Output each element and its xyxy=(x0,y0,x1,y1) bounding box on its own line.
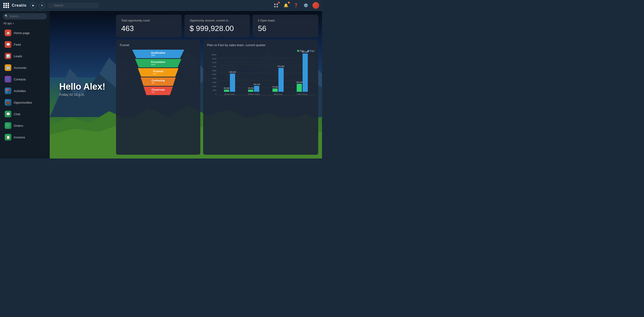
y-label-10: 0 xyxy=(207,93,216,95)
bar-group-1: 45,000 139,143 William Clarks xyxy=(242,83,266,95)
y-label-7: 300k xyxy=(207,81,216,83)
y-axis: 1000k 900k 800k 700k 600k 500k 400k 300k… xyxy=(207,54,216,95)
funnel-container: Qualification16% Presentation15% Proposa… xyxy=(120,50,196,95)
stat-label-1: Opportunity amount, current m.. xyxy=(190,19,245,22)
sidebar-item-contacts[interactable]: 👤 Contacts xyxy=(2,74,48,85)
sidebar-search-icon: 🔍 xyxy=(5,14,8,17)
sidebar-filter[interactable]: All aps ▾ xyxy=(0,21,50,27)
bar-groups: 45,000 435,000 James Smith xyxy=(217,54,314,95)
stat-value-1: $ 999,928.00 xyxy=(190,24,245,33)
bar-fact-fill-3 xyxy=(302,53,308,92)
y-label-3: 700k xyxy=(207,65,216,68)
y-label-8: 200k xyxy=(207,85,216,87)
y-label-4: 600k xyxy=(207,69,216,72)
y-label-2: 800k xyxy=(207,61,216,64)
topbar-search-wrap: 🔍 xyxy=(47,2,100,8)
avatar[interactable] xyxy=(312,2,319,9)
sidebar-item-feed[interactable]: 💬 Feed xyxy=(2,39,48,50)
funnel-label-4: Closed won xyxy=(152,88,165,91)
funnel-segment-0: Qualification16% xyxy=(132,50,184,58)
sidebar-item-orders[interactable]: 🛒 Orders xyxy=(2,120,48,131)
bar-plan-val-1: 45,000 xyxy=(248,87,254,89)
funnel-segment-4: Closed won1% xyxy=(144,87,173,95)
sidebar-item-leads[interactable]: 📊 Leads xyxy=(2,50,48,62)
y-label-5: 500k xyxy=(207,73,216,75)
bar-fact-fill-1 xyxy=(254,86,259,92)
svg-rect-3 xyxy=(276,6,278,7)
funnel-title: Funnel xyxy=(120,43,196,47)
sidebar-item-invoices[interactable]: 📋 Invoices xyxy=(2,132,48,143)
bell-icon[interactable]: 🔔 xyxy=(283,2,289,9)
funnel-label-3: Contracting xyxy=(152,79,165,82)
sidebar-label-leads: Leads xyxy=(14,54,22,58)
sidebar-search-input[interactable] xyxy=(3,13,47,19)
settings-icon[interactable]: ⚙️ xyxy=(302,2,309,9)
bar-plan-val-2: 75,000 xyxy=(272,86,278,88)
bar-plan-fill-2 xyxy=(272,88,278,92)
play-button[interactable]: ▶ xyxy=(30,2,36,8)
bar-fact-val-1: 139,143 xyxy=(253,83,260,85)
apps-grid-icon[interactable] xyxy=(3,2,10,9)
invoices-icon: 📋 xyxy=(5,134,11,141)
charts-row: Funnel Qualification16% Presentation15% … xyxy=(116,39,318,155)
bar-fact-fill-2 xyxy=(278,68,284,92)
apps-icon[interactable] xyxy=(273,2,280,9)
bar-plan-0: 45,000 xyxy=(224,87,229,92)
sidebar-item-activities[interactable]: 🚩 Activities xyxy=(2,85,48,96)
topbar-search-input[interactable] xyxy=(47,2,100,8)
topbar-right: 🔔 ❓ ⚙️ xyxy=(273,2,319,9)
funnel-label-0: Qualification xyxy=(151,51,166,54)
bar-group-3: 190,000 910,950 Peter Moore xyxy=(290,51,314,95)
activities-icon: 🚩 xyxy=(5,87,11,94)
bar-fact-2: 570,950 xyxy=(278,65,284,92)
topbar: Creatio ▶ + 🔍 🔔 ❓ ⚙️ xyxy=(0,0,322,11)
y-label-0: 1000k xyxy=(207,54,216,56)
funnel-segment-1: Presentation15% xyxy=(135,59,181,67)
funnel-label-1: Presentation xyxy=(151,61,166,63)
bar-plan-fill-0 xyxy=(224,90,229,92)
chevron-down-icon: ▾ xyxy=(13,22,14,25)
bar-chart-title: Plan vs Fact by sales team, current quar… xyxy=(207,43,314,47)
stat-value-2: 56 xyxy=(258,24,313,33)
sidebar-item-opportunities[interactable]: 💼 Opportunities xyxy=(2,97,48,108)
bars-3: 190,000 910,950 xyxy=(297,51,308,92)
bar-plan-fill-1 xyxy=(248,90,253,92)
sidebar-label-orders: Orders xyxy=(14,124,23,127)
feed-icon: 💬 xyxy=(5,41,11,48)
bar-fact-val-2: 570,950 xyxy=(278,65,284,67)
opportunities-icon: 💼 xyxy=(5,99,11,106)
dashboard: Total opportunity count 463 Opportunity … xyxy=(50,15,318,155)
funnel-segment-2: Proposal8% xyxy=(138,68,178,77)
sidebar-item-home-page[interactable]: 🏠 Home page xyxy=(2,27,48,38)
bars-0: 45,000 435,000 xyxy=(224,71,235,92)
add-button[interactable]: + xyxy=(39,2,45,8)
help-icon[interactable]: ❓ xyxy=(293,2,299,9)
bar-group-0: 45,000 435,000 James Smith xyxy=(217,71,242,95)
bar-fact-val-3: 910,950 xyxy=(302,51,309,53)
bar-name-3: Peter Moore xyxy=(297,93,308,95)
bar-name-1: William Clarks xyxy=(248,93,260,95)
y-label-1: 900k xyxy=(207,58,216,60)
stat-cards-row: Total opportunity count 463 Opportunity … xyxy=(116,15,318,37)
orders-icon: 🛒 xyxy=(5,122,11,129)
bar-plan-1: 45,000 xyxy=(248,87,253,92)
background-landscape: Hello Alex! Friday 02:14 p.m. Total oppo… xyxy=(50,11,322,158)
bar-chart-area: 1000k 900k 800k 700k 600k 500k 400k 300k… xyxy=(207,54,314,101)
filter-label: All aps xyxy=(3,22,12,25)
stat-card-opportunity-count: Total opportunity count 463 xyxy=(116,15,182,37)
funnel-pct-0: 16% xyxy=(151,54,166,56)
bars-1: 45,000 139,143 xyxy=(248,83,259,92)
stat-value-0: 463 xyxy=(121,24,176,33)
sidebar-label-opportunities: Opportunities xyxy=(14,101,32,104)
y-label-9: 100k xyxy=(207,89,216,91)
sidebar-item-accounts[interactable]: 🏢 Accounts xyxy=(2,62,48,73)
bar-fact-1: 139,143 xyxy=(254,83,259,92)
sidebar-item-chat[interactable]: 💬 Chat xyxy=(2,108,48,120)
logo: Creatio xyxy=(12,3,26,7)
contacts-icon: 👤 xyxy=(5,76,11,83)
funnel-pct-4: 1% xyxy=(152,91,165,93)
funnel-segment-3: Contracting3% xyxy=(141,77,176,86)
leads-icon: 📊 xyxy=(5,53,11,59)
stat-card-open-leads: # Open leads 56 xyxy=(253,15,318,37)
svg-rect-2 xyxy=(274,6,276,7)
